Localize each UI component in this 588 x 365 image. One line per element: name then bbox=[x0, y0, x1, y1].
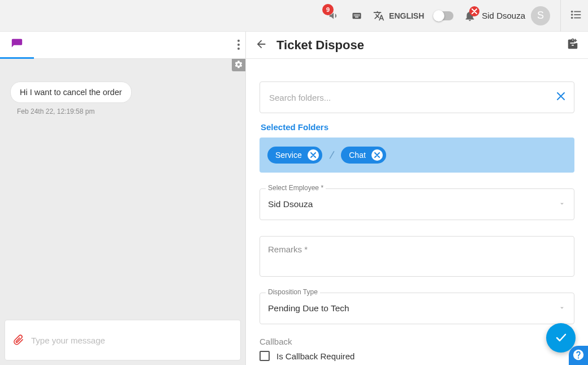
chip-label: Service bbox=[275, 151, 302, 160]
top-bar: 9 ENGLISH Sid Dsouza bbox=[0, 0, 588, 32]
keyboard-icon bbox=[351, 11, 363, 21]
chip-remove-button[interactable] bbox=[308, 149, 319, 161]
notifications-button[interactable] bbox=[464, 10, 476, 22]
svg-point-7 bbox=[237, 44, 240, 46]
svg-point-6 bbox=[237, 40, 240, 42]
page-title: Ticket Dispose bbox=[276, 38, 364, 53]
attach-button[interactable] bbox=[12, 333, 25, 348]
callback-checkbox[interactable] bbox=[260, 351, 270, 361]
menu-button[interactable] bbox=[570, 8, 582, 23]
chip-label: Chat bbox=[349, 151, 366, 160]
chip-separator: / bbox=[328, 148, 335, 162]
divider bbox=[560, 0, 561, 32]
gear-icon bbox=[234, 60, 243, 71]
back-button[interactable] bbox=[255, 38, 267, 52]
folder-chip-service[interactable]: Service bbox=[267, 147, 322, 164]
close-icon bbox=[374, 152, 380, 158]
translate-icon bbox=[373, 10, 384, 22]
chevron-down-icon bbox=[558, 200, 566, 209]
selected-folders-label: Selected Folders bbox=[261, 122, 574, 132]
panel-header: Ticket Dispose bbox=[246, 32, 588, 59]
chat-message-bubble: Hi I want to cancel the order bbox=[10, 81, 132, 103]
add-note-button[interactable] bbox=[567, 38, 579, 52]
remarks-field[interactable]: Remarks * bbox=[260, 236, 574, 277]
folder-chip-chat[interactable]: Chat bbox=[341, 147, 386, 164]
disposition-select[interactable]: Disposition Type Pending Due to Tech bbox=[260, 293, 574, 324]
chat-messages: Hi I want to cancel the order Feb 24th 2… bbox=[0, 59, 245, 315]
svg-point-8 bbox=[237, 48, 240, 50]
selected-folders-chips: Service / Chat bbox=[260, 138, 574, 173]
tab-menu-button[interactable] bbox=[237, 40, 240, 51]
user-name: Sid Dsouza bbox=[482, 11, 525, 20]
language-label: ENGLISH bbox=[389, 11, 424, 20]
svg-point-2 bbox=[571, 14, 573, 16]
close-icon bbox=[310, 152, 316, 158]
toggle-icon bbox=[434, 11, 453, 20]
chat-settings-button[interactable] bbox=[232, 59, 245, 71]
paperclip-icon bbox=[13, 333, 24, 348]
employee-value: Sid Dsouza bbox=[268, 199, 558, 209]
remarks-placeholder: Remarks * bbox=[268, 244, 308, 254]
dispose-panel: Ticket Dispose Selected bbox=[246, 32, 588, 365]
message-composer bbox=[5, 320, 241, 360]
svg-point-4 bbox=[571, 17, 573, 19]
keyboard-button[interactable] bbox=[351, 11, 363, 21]
language-button[interactable]: ENGLISH bbox=[373, 10, 424, 22]
svg-rect-1 bbox=[574, 11, 581, 12]
callback-row: Is Callback Required bbox=[260, 351, 574, 361]
svg-point-0 bbox=[571, 11, 573, 13]
list-icon bbox=[570, 8, 582, 23]
help-icon bbox=[572, 349, 585, 363]
field-label: Disposition Type bbox=[266, 288, 320, 296]
status-toggle[interactable] bbox=[434, 11, 453, 20]
employee-select[interactable]: Select Employee * Sid Dsouza bbox=[260, 188, 574, 220]
check-icon bbox=[554, 330, 568, 346]
clear-search-button[interactable] bbox=[556, 91, 566, 104]
chat-tabs bbox=[0, 32, 245, 59]
close-icon bbox=[469, 6, 479, 16]
arrow-left-icon bbox=[255, 43, 267, 52]
note-add-icon bbox=[567, 43, 579, 52]
announcements-badge: 9 bbox=[322, 4, 334, 15]
tab-chat[interactable] bbox=[0, 32, 34, 59]
close-icon bbox=[556, 91, 566, 104]
help-button[interactable] bbox=[569, 346, 588, 365]
chat-column: Hi I want to cancel the order Feb 24th 2… bbox=[0, 32, 246, 365]
callback-checkbox-label: Is Callback Required bbox=[276, 351, 354, 361]
callback-label: Callback bbox=[260, 337, 574, 346]
avatar-initial: S bbox=[537, 10, 544, 22]
folder-search bbox=[260, 81, 574, 113]
announcements-button[interactable]: 9 bbox=[328, 10, 340, 22]
field-label: Select Employee * bbox=[266, 184, 326, 192]
search-input[interactable] bbox=[268, 92, 556, 103]
chat-message-time: Feb 24th 22, 12:19:58 pm bbox=[17, 108, 239, 115]
chip-remove-button[interactable] bbox=[371, 149, 383, 161]
message-input[interactable] bbox=[30, 335, 234, 346]
svg-rect-3 bbox=[574, 14, 581, 15]
chevron-down-icon bbox=[558, 304, 566, 314]
kebab-icon bbox=[237, 42, 240, 51]
avatar[interactable]: S bbox=[531, 6, 550, 25]
disposition-value: Pending Due to Tech bbox=[268, 303, 558, 314]
chat-bubble-icon bbox=[10, 38, 24, 50]
svg-rect-5 bbox=[574, 18, 581, 19]
